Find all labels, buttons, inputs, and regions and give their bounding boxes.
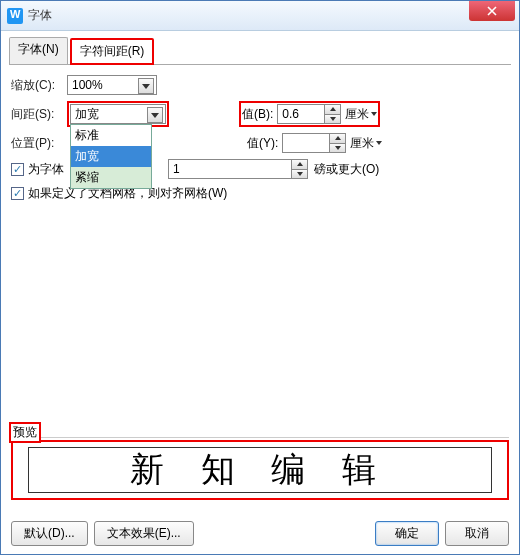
close-button[interactable] <box>469 1 515 21</box>
dialog-footer: 默认(D)... 文本效果(E)... 确定 取消 <box>11 521 509 546</box>
spacing-option-expanded[interactable]: 加宽 <box>71 146 151 167</box>
spacing-val: 0.6 <box>282 107 299 121</box>
snapgrid-checkbox[interactable] <box>11 187 24 200</box>
spacing-option-condensed[interactable]: 紧缩 <box>71 167 151 188</box>
textfx-button[interactable]: 文本效果(E)... <box>94 521 194 546</box>
close-icon <box>487 6 497 16</box>
tab-font[interactable]: 字体(N) <box>9 37 68 64</box>
kerning-val-input[interactable]: 1 <box>168 159 308 179</box>
app-icon <box>7 8 23 24</box>
spacing-label: 间距(S): <box>11 106 67 123</box>
spacing-val-input[interactable]: 0.6 <box>277 104 341 124</box>
kerning-val: 1 <box>173 162 180 176</box>
ok-button[interactable]: 确定 <box>375 521 439 546</box>
kerning-label: 为字体 <box>28 161 64 178</box>
scale-select[interactable]: 100% <box>67 75 157 95</box>
font-dialog: 字体 字体(N) 字符间距(R) 缩放(C): 100% 间距(S): 加宽 <box>0 0 520 555</box>
spinner[interactable] <box>324 105 340 123</box>
spinner[interactable] <box>329 134 345 152</box>
position-label: 位置(P): <box>11 135 67 152</box>
kerning-checkbox[interactable] <box>11 163 24 176</box>
default-button[interactable]: 默认(D)... <box>11 521 88 546</box>
scale-label: 缩放(C): <box>11 77 67 94</box>
preview-label: 预览 <box>9 422 41 443</box>
spacing-val-label: 值(B): <box>242 106 273 123</box>
position-val-label: 值(Y): <box>247 135 278 152</box>
preview-section: 预览 新 知 编 辑 <box>11 414 509 500</box>
spinner[interactable] <box>291 160 307 178</box>
spacing-dropdown: 标准 加宽 紧缩 <box>70 124 152 189</box>
preview-box: 新 知 编 辑 <box>11 440 509 500</box>
titlebar: 字体 <box>1 1 519 31</box>
chevron-down-icon <box>138 78 154 94</box>
scale-value: 100% <box>72 78 103 92</box>
preview-text: 新 知 编 辑 <box>28 447 492 493</box>
spacing-select[interactable]: 加宽 标准 加宽 紧缩 <box>70 104 166 124</box>
tab-bar: 字体(N) 字符间距(R) <box>9 37 511 65</box>
position-unit[interactable]: 厘米 <box>350 135 382 152</box>
spacing-value: 加宽 <box>75 106 99 123</box>
tab-spacing[interactable]: 字符间距(R) <box>70 38 155 65</box>
position-val-input[interactable] <box>282 133 346 153</box>
window-title: 字体 <box>28 7 52 24</box>
spacing-option-standard[interactable]: 标准 <box>71 125 151 146</box>
cancel-button[interactable]: 取消 <box>445 521 509 546</box>
chevron-down-icon <box>147 107 163 123</box>
kerning-suffix: 磅或更大(O) <box>314 161 379 178</box>
spacing-unit[interactable]: 厘米 <box>345 106 377 123</box>
